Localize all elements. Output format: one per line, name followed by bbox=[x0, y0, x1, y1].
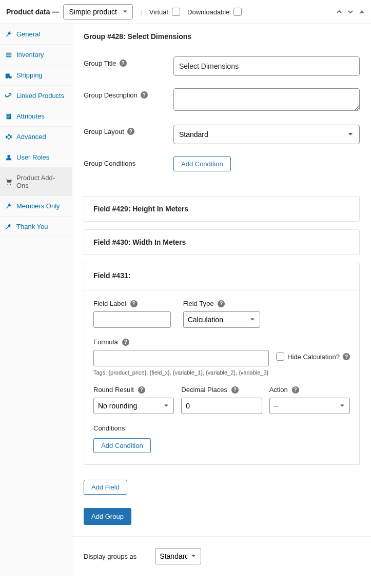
sidebar-item-label: Attributes bbox=[16, 112, 45, 120]
sidebar-item-label: Advanced bbox=[16, 133, 46, 141]
sidebar-item-label: General bbox=[16, 30, 40, 38]
group-title-input[interactable] bbox=[173, 56, 360, 76]
group-layout-select[interactable]: Standard bbox=[173, 125, 360, 144]
sidebar-item-user-roles[interactable]: User Roles bbox=[0, 147, 72, 168]
hide-calc-label: Hide Calculation? bbox=[287, 353, 340, 361]
sidebar-item-label: Shipping bbox=[16, 71, 43, 79]
group-layout-label: Group Layout bbox=[84, 128, 124, 135]
separator: | bbox=[140, 8, 142, 16]
downloadable-checkbox-label[interactable]: Downloadable: bbox=[187, 8, 242, 16]
decimal-places-label: Decimal Places bbox=[181, 386, 227, 394]
help-icon[interactable]: ? bbox=[138, 386, 145, 394]
help-icon[interactable]: ? bbox=[141, 91, 148, 99]
wrench-icon bbox=[5, 223, 12, 230]
field-conditions-label: Conditions bbox=[93, 424, 350, 432]
help-icon[interactable]: ? bbox=[292, 386, 299, 394]
round-result-select[interactable]: No rounding bbox=[93, 398, 174, 414]
sidebar: GeneralInventoryShippingLinked ProductsA… bbox=[0, 24, 72, 576]
virtual-checkbox-label[interactable]: Virtual: bbox=[149, 8, 180, 16]
user-icon bbox=[5, 154, 12, 161]
product-type-select[interactable]: Simple product bbox=[63, 4, 133, 19]
field-card[interactable]: Field #429: Height In Meters bbox=[84, 196, 360, 222]
field-header: Field #430: Width In Meters bbox=[84, 230, 359, 254]
chevron-up-icon[interactable] bbox=[336, 9, 342, 15]
add-condition-button[interactable]: Add Condition bbox=[173, 156, 231, 171]
field-header: Field #431: bbox=[84, 263, 359, 288]
help-icon[interactable]: ? bbox=[122, 339, 129, 346]
sidebar-item-label: Linked Products bbox=[16, 92, 64, 100]
add-field-button[interactable]: Add Field bbox=[84, 480, 127, 495]
add-field-condition-button[interactable]: Add Condition bbox=[93, 438, 151, 453]
sidebar-item-label: User Roles bbox=[16, 153, 49, 161]
help-icon[interactable]: ? bbox=[231, 386, 239, 394]
chevron-down-icon[interactable] bbox=[347, 9, 354, 15]
group-header: Group #428: Select Dimensions bbox=[72, 24, 371, 49]
field-label-label: Field Label bbox=[93, 300, 126, 307]
decimal-places-input[interactable] bbox=[181, 398, 262, 414]
formula-input[interactable] bbox=[93, 350, 269, 366]
field-type-label: Field Type bbox=[183, 300, 214, 307]
help-icon[interactable]: ? bbox=[120, 60, 127, 67]
header-title: Product data — bbox=[6, 8, 59, 16]
action-label: Action bbox=[269, 386, 288, 394]
formula-tags-hint: Tags: {product_price}, {field_x}, {varia… bbox=[93, 369, 269, 376]
display-groups-label: Display groups as bbox=[84, 553, 136, 560]
sidebar-item-thank-you[interactable]: Thank You bbox=[0, 217, 72, 237]
hide-calc-checkbox[interactable] bbox=[276, 352, 284, 361]
sidebar-item-shipping[interactable]: Shipping bbox=[0, 65, 72, 86]
gear-icon bbox=[5, 133, 12, 141]
help-icon[interactable]: ? bbox=[130, 300, 138, 307]
link-icon bbox=[5, 92, 12, 100]
sidebar-item-label: Thank You bbox=[16, 223, 48, 230]
action-select[interactable]: -- bbox=[269, 398, 350, 414]
help-icon[interactable]: ? bbox=[343, 353, 350, 360]
group-conditions-label: Group Conditions bbox=[84, 160, 135, 167]
sidebar-item-linked-products[interactable]: Linked Products bbox=[0, 86, 72, 106]
group-desc-label: Group Description bbox=[84, 91, 138, 99]
sidebar-item-general[interactable]: General bbox=[0, 24, 72, 45]
field-card-expanded: Field #431: Field Label? Field Type? Cal… bbox=[84, 263, 360, 465]
cart-icon bbox=[5, 178, 12, 185]
wrench-icon bbox=[5, 203, 12, 210]
group-title-label: Group Title bbox=[84, 60, 116, 67]
main-panel: Group #428: Select Dimensions Group Titl… bbox=[72, 24, 371, 576]
sidebar-item-inventory[interactable]: Inventory bbox=[0, 45, 72, 65]
sidebar-item-label: Inventory bbox=[16, 51, 44, 58]
sidebar-item-product-add-ons[interactable]: Product Add-Ons bbox=[0, 168, 72, 196]
panel-controls bbox=[336, 9, 365, 15]
list-icon bbox=[5, 51, 12, 58]
help-icon[interactable]: ? bbox=[218, 300, 225, 307]
downloadable-checkbox[interactable] bbox=[233, 8, 242, 16]
note-icon bbox=[5, 113, 12, 120]
sidebar-item-members-only[interactable]: Members Only bbox=[0, 196, 72, 217]
round-result-label: Round Result bbox=[93, 386, 134, 394]
collapse-icon[interactable] bbox=[359, 9, 365, 15]
field-label-input[interactable] bbox=[93, 311, 171, 328]
add-group-button[interactable]: Add Group bbox=[84, 508, 131, 525]
sidebar-item-attributes[interactable]: Attributes bbox=[0, 106, 72, 127]
virtual-checkbox[interactable] bbox=[172, 8, 180, 16]
wrench-icon bbox=[5, 31, 12, 38]
product-data-header: Product data — Simple product | Virtual:… bbox=[0, 0, 371, 24]
sidebar-item-label: Product Add-Ons bbox=[16, 174, 67, 189]
field-type-select[interactable]: Calculation bbox=[183, 311, 261, 328]
group-desc-input[interactable] bbox=[173, 88, 360, 111]
sidebar-item-advanced[interactable]: Advanced bbox=[0, 127, 72, 147]
truck-icon bbox=[5, 72, 12, 79]
help-icon[interactable]: ? bbox=[127, 128, 134, 135]
field-card[interactable]: Field #430: Width In Meters bbox=[84, 229, 360, 255]
sidebar-item-label: Members Only bbox=[16, 202, 60, 210]
display-groups-select[interactable]: Standard bbox=[155, 548, 201, 564]
field-header: Field #429: Height In Meters bbox=[84, 197, 359, 221]
formula-label: Formula bbox=[93, 338, 118, 346]
